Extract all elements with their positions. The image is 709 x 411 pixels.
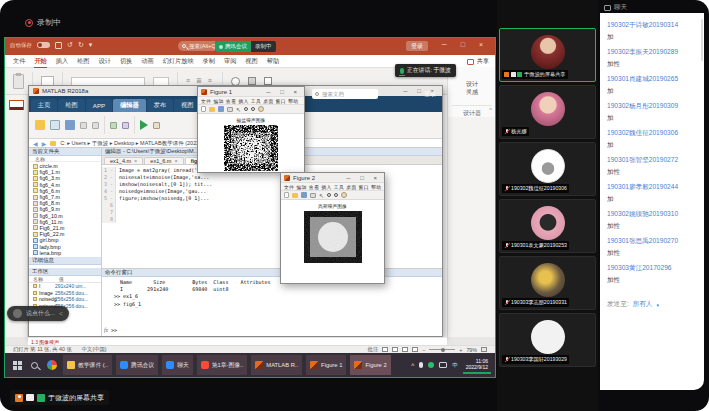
figure1-window-controls[interactable]: ─ □ × bbox=[266, 89, 301, 95]
rotate-icon[interactable] bbox=[341, 192, 347, 198]
design-ideas-button[interactable]: 设计 灵感 bbox=[448, 81, 495, 96]
ppt-slide-thumbnail-panel[interactable] bbox=[5, 95, 28, 337]
print-icon[interactable] bbox=[227, 107, 233, 112]
participant-tile[interactable]: 190302魏佳征20190306 bbox=[499, 142, 596, 196]
redo-icon[interactable]: ↻ bbox=[78, 41, 84, 49]
taskbar-app-button[interactable]: 第1章-图像.. bbox=[197, 355, 248, 375]
send-to-selector[interactable]: 所有人 bbox=[633, 300, 653, 309]
matlab-tab[interactable]: 编辑器 bbox=[113, 99, 146, 112]
find-files-icon[interactable] bbox=[92, 122, 99, 129]
ppt-login-button[interactable]: 登录 bbox=[406, 41, 428, 51]
chat-message[interactable]: 190302于诗敏20190314 加 bbox=[607, 19, 700, 43]
fit-to-window-icon[interactable] bbox=[481, 347, 487, 352]
zoom-in-icon[interactable]: + bbox=[459, 347, 462, 353]
ppt-tab[interactable]: 帮助 bbox=[267, 57, 279, 66]
autosave-toggle[interactable] bbox=[37, 42, 50, 48]
reading-view-icon[interactable] bbox=[402, 347, 408, 352]
tray-keyboard-icon[interactable] bbox=[439, 362, 447, 368]
ppt-tab[interactable]: 开始 bbox=[34, 57, 46, 66]
file-item[interactable]: lena.bmp bbox=[29, 250, 101, 256]
new-script-icon[interactable] bbox=[50, 120, 60, 130]
zoom-out-icon[interactable] bbox=[251, 107, 255, 111]
figure1-titlebar[interactable]: Figure 1 ─ □ × bbox=[198, 87, 304, 97]
paste-clipboard-icon[interactable] bbox=[13, 74, 24, 89]
ppt-tab[interactable]: 录制 bbox=[203, 57, 215, 66]
close-tab-icon[interactable]: × bbox=[174, 158, 177, 164]
meeting-floatbar[interactable]: 腾讯会议 录制中 bbox=[215, 41, 276, 52]
ppt-tab[interactable]: 绘图 bbox=[77, 57, 89, 66]
save-icon[interactable] bbox=[65, 120, 75, 130]
taskbar-app-button[interactable]: Figure 2 bbox=[350, 355, 390, 375]
tray-status-icon[interactable] bbox=[428, 362, 434, 368]
ppt-window-controls[interactable]: ─ □ × bbox=[442, 41, 489, 48]
breakpoints-icon[interactable] bbox=[122, 122, 129, 129]
save-icon[interactable] bbox=[301, 192, 307, 198]
ppt-tab[interactable]: 幻灯片放映 bbox=[163, 57, 194, 66]
pinwheel-app-icon[interactable] bbox=[47, 360, 57, 370]
import-data-icon[interactable] bbox=[110, 122, 117, 129]
participant-tile[interactable]: 190301袁文豪20190253 bbox=[499, 199, 596, 253]
matlab-doc-search[interactable]: 搜索文档 bbox=[312, 89, 378, 99]
figure2-window-controls[interactable]: ─ □ × bbox=[346, 175, 381, 181]
zoom-level[interactable]: 79% bbox=[466, 347, 477, 353]
comments-button[interactable]: 批注 bbox=[368, 346, 379, 353]
chat-message[interactable]: 190301张思禹20190270 加性 bbox=[607, 235, 700, 259]
compare-icon[interactable] bbox=[80, 122, 87, 129]
matlab-tab[interactable]: 绘图 bbox=[58, 99, 84, 112]
figure2-window[interactable]: Figure 2 ─ □ × 文件 编辑 查看 插入 工具 桌面 窗口 帮助 ↖… bbox=[280, 172, 385, 284]
open-folder-icon[interactable] bbox=[35, 120, 45, 130]
nav-forward-icon[interactable]: ▶ bbox=[42, 140, 47, 147]
taskbar-clock[interactable]: 11:06 2022/9/12 bbox=[463, 356, 491, 374]
chat-message[interactable]: 190302魏佳征20190306 加 bbox=[607, 127, 700, 151]
ppt-tab[interactable]: 设计 bbox=[99, 57, 111, 66]
command-window[interactable]: 命令行窗口 Name Size Bytes Class Attributes I… bbox=[102, 269, 442, 336]
open-icon[interactable] bbox=[209, 107, 215, 112]
workspace-header[interactable]: 工作区 bbox=[29, 268, 101, 276]
code-area[interactable]: 1 - Image = mat2gray( imread('... 2 - no… bbox=[102, 165, 442, 268]
participant-tile[interactable]: 于微波的屏幕共享 bbox=[499, 28, 596, 82]
taskbar-app-button[interactable]: 聊天 bbox=[162, 355, 193, 375]
tray-mic-icon[interactable] bbox=[419, 362, 423, 368]
chat-scrollbar[interactable] bbox=[701, 19, 703, 61]
figure1-window[interactable]: Figure 1 ─ □ × 文件 编辑 查看 插入 工具 桌面 窗口 帮助 ↖… bbox=[197, 86, 305, 173]
cursor-icon[interactable]: ↖ bbox=[319, 192, 324, 199]
chat-message[interactable]: 190302李振天20190289 加性 bbox=[607, 46, 700, 70]
chat-message[interactable]: 190301肖建城20190265 加 bbox=[607, 73, 700, 97]
normal-view-icon[interactable] bbox=[382, 347, 388, 352]
language-indicator[interactable]: 中文(中国) bbox=[82, 346, 107, 353]
nav-back-icon[interactable]: ◀ bbox=[33, 140, 38, 147]
danmaku-input-pill[interactable]: 说点什么... < bbox=[7, 306, 69, 321]
print-icon[interactable] bbox=[310, 193, 316, 198]
ppt-tab[interactable]: 切换 bbox=[120, 57, 132, 66]
participant-tile[interactable]: 190303李志朋20190331 bbox=[499, 256, 596, 310]
taskbar-app-button[interactable]: 教学课件 (.. bbox=[63, 355, 112, 375]
paragraph-icons[interactable]: ≡ ≣ ≡ bbox=[186, 77, 214, 85]
close-tab-icon[interactable]: × bbox=[134, 158, 137, 164]
new-figure-icon[interactable] bbox=[284, 192, 289, 198]
cursor-icon[interactable]: ↖ bbox=[236, 106, 241, 113]
details-header[interactable]: 详细信息 bbox=[29, 257, 101, 265]
zoom-out-icon[interactable] bbox=[334, 193, 338, 197]
zoom-slider[interactable] bbox=[429, 349, 455, 350]
figure2-titlebar[interactable]: Figure 2 ─ □ × bbox=[281, 173, 384, 183]
zoom-out-icon[interactable]: − bbox=[422, 347, 425, 353]
start-button[interactable] bbox=[13, 361, 22, 370]
collapse-icon[interactable]: < bbox=[59, 310, 63, 317]
arrange-icon[interactable] bbox=[248, 77, 256, 85]
participant-tile[interactable]: 190303李国轩20193029 bbox=[499, 313, 596, 367]
run-icon[interactable] bbox=[140, 120, 148, 130]
participant-tile[interactable]: 杨光娜 bbox=[499, 85, 596, 139]
zoom-in-icon[interactable] bbox=[327, 193, 331, 197]
open-icon[interactable] bbox=[292, 193, 298, 198]
new-figure-icon[interactable] bbox=[201, 106, 206, 112]
slide-sorter-icon[interactable] bbox=[392, 347, 398, 352]
taskbar-search-icon[interactable] bbox=[31, 362, 38, 369]
zoom-in-icon[interactable] bbox=[244, 107, 248, 111]
save-icon[interactable] bbox=[55, 42, 62, 49]
tray-expand-icon[interactable]: ^ bbox=[411, 362, 414, 369]
taskbar-app-button[interactable]: MATLAB R.. bbox=[251, 355, 302, 375]
ppt-tab[interactable]: 插入 bbox=[56, 57, 68, 66]
editor-tab[interactable]: ex1_4.m× bbox=[104, 157, 143, 164]
slideshow-icon[interactable] bbox=[412, 347, 418, 352]
ppt-tab[interactable]: 视图 bbox=[245, 57, 257, 66]
